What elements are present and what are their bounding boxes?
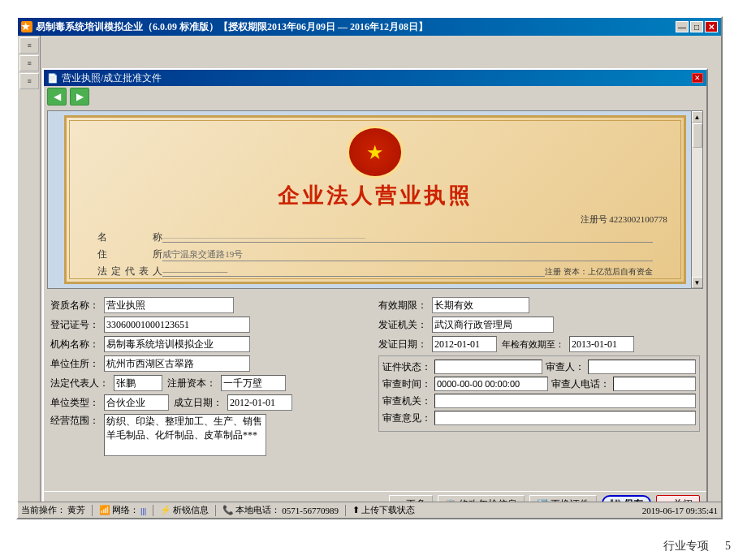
label-dengji: 登记证号： xyxy=(50,318,99,332)
label-legal: 法定代表人： xyxy=(50,377,109,390)
business-license: ★ 企业法人营业执照 注册号 4223002100778 名 称 ———————… xyxy=(64,115,686,283)
input-review-org[interactable] xyxy=(434,394,696,408)
label-reviewer: 审查人： xyxy=(546,360,585,374)
label-unittype: 单位类型： xyxy=(50,396,99,410)
upload-item: ⬆ 上传下载状态 xyxy=(352,504,415,516)
input-reviewer[interactable] xyxy=(588,360,696,374)
form-row-zizhi: 资质名称： 营业执照 xyxy=(50,297,372,313)
form-row-scope: 经营范围： 纺织、印染、整理加工、生产、销售羊毛制品、化纤制品、皮革制品*** xyxy=(50,414,372,456)
form-row-dengji: 登记证号： 33060001000123651 xyxy=(50,317,372,333)
divider-2 xyxy=(153,505,153,516)
form-row-jigou: 机构名称： xyxy=(50,336,372,352)
input-review-opinion[interactable] xyxy=(434,411,696,425)
cert-row-status: 证件状态： 审查人： xyxy=(382,360,696,374)
main-statusbar: 当前操作： 黄芳 📶 网络： ||| ⚡ 析锐信息 📞 本地电话： 0571-5… xyxy=(18,502,721,518)
cert-row-review-org: 审查机关： xyxy=(382,394,696,408)
prev-button[interactable]: ◀ xyxy=(47,88,67,106)
sidebar-btn-3[interactable]: ≡ xyxy=(19,73,39,89)
sidebar-btn-2[interactable]: ≡ xyxy=(19,55,39,71)
network-item: 📶 网络： ||| xyxy=(99,504,146,516)
input-jigou[interactable] xyxy=(104,336,250,352)
phone-label: 本地电话： xyxy=(235,504,280,516)
network-icon: 📶 xyxy=(99,505,110,515)
dialog-close-button[interactable]: ✕ xyxy=(692,73,703,83)
input-review-time[interactable] xyxy=(434,377,548,391)
label-dizhi: 单位住所： xyxy=(50,357,99,371)
label-issuedate: 发证日期： xyxy=(378,338,427,351)
scroll-track xyxy=(692,123,703,277)
next-button[interactable]: ▶ xyxy=(70,88,89,106)
input-capital[interactable] xyxy=(221,375,286,391)
label-issuer: 发证机关： xyxy=(378,318,427,332)
current-op-value: 黄芳 xyxy=(67,504,85,516)
label-cert-status: 证件状态： xyxy=(382,360,431,374)
form-row-unittype: 单位类型： 成立日期： xyxy=(50,394,372,411)
input-issuedate[interactable] xyxy=(432,336,497,352)
select-validity[interactable]: 长期有效 xyxy=(432,297,529,313)
label-review-time: 审查时间： xyxy=(382,377,431,391)
cert-row-review-opinion: 审查意见： xyxy=(382,411,696,425)
input-cert-status[interactable] xyxy=(434,360,542,374)
form-left-col: 资质名称： 营业执照 登记证号： 33060001000123651 机构名称： xyxy=(50,297,372,459)
input-reviewer-tel[interactable] xyxy=(613,377,696,391)
input-unittype[interactable] xyxy=(104,394,169,411)
license-emblem: ★ xyxy=(347,126,404,178)
label-founded: 成立日期： xyxy=(174,396,222,410)
input-dengji[interactable]: 33060001000123651 xyxy=(104,317,250,333)
cert-status-area: 证件状态： 审查人： 审查时间： 审查人电话： xyxy=(378,355,700,432)
divider-1 xyxy=(92,505,93,516)
signal-bars: ||| xyxy=(140,506,146,515)
emblem-star: ★ xyxy=(366,141,384,164)
form-row-validity: 有效期限： 长期有效 xyxy=(378,297,700,313)
form-two-col: 资质名称： 营业执照 登记证号： 33060001000123651 机构名称： xyxy=(50,297,700,459)
minimize-button[interactable]: — xyxy=(676,21,689,32)
label-jigou: 机构名称： xyxy=(50,338,99,351)
app-icon: ★ xyxy=(21,21,32,32)
inner-dialog: 📄 营业执照/成立批准文件 ✕ ◀ ▶ ★ 企业法人营业执照 xyxy=(42,68,708,519)
label-review-opinion: 审查意见： xyxy=(382,411,431,425)
divider-4 xyxy=(345,505,346,516)
form-row-dizhi: 单位住所： xyxy=(50,355,372,372)
main-titlebar: ★ 易制毒系统培训模拟企业（6.0.09 标准版）【授权期限2013年06月09… xyxy=(18,18,721,36)
input-issuer[interactable] xyxy=(432,317,554,333)
label-review-org: 审查机关： xyxy=(382,394,431,408)
scroll-down[interactable]: ▼ xyxy=(692,277,703,288)
textarea-scope[interactable]: 纺织、印染、整理加工、生产、销售羊毛制品、化纤制品、皮革制品*** xyxy=(104,414,266,456)
label-validity: 有效期限： xyxy=(378,299,427,312)
input-founded[interactable] xyxy=(227,394,292,411)
scroll-thumb[interactable] xyxy=(693,123,702,148)
label-reviewer-tel: 审查人电话： xyxy=(551,377,610,391)
doc-scrollbar[interactable]: ▲ ▼ xyxy=(691,111,702,288)
upload-icon: ⬆ xyxy=(352,505,360,515)
page-number: 5 xyxy=(725,540,731,553)
company-name: 析锐信息 xyxy=(173,504,209,516)
select-zizhi[interactable]: 营业执照 xyxy=(104,297,234,313)
footer-text: 行业专项 xyxy=(663,539,709,554)
sidebar-btn-1[interactable]: ≡ xyxy=(19,37,39,54)
form-area: 资质名称： 营业执照 登记证号： 33060001000123651 机构名称： xyxy=(44,292,706,464)
maximize-button[interactable]: □ xyxy=(690,21,703,32)
phone-value: 0571-56770989 xyxy=(282,506,339,515)
input-annual-exp[interactable] xyxy=(569,336,634,352)
datetime-item: 2019-06-17 09:35:41 xyxy=(642,506,718,515)
datetime-value: 2019-06-17 09:35:41 xyxy=(642,506,718,515)
license-image: ★ 企业法人营业执照 注册号 4223002100778 名 称 ———————… xyxy=(48,111,702,288)
upload-label: 上传下载状态 xyxy=(361,504,415,516)
main-window: ★ 易制毒系统培训模拟企业（6.0.09 标准版）【授权期限2013年06月09… xyxy=(16,16,723,519)
scroll-up[interactable]: ▲ xyxy=(692,111,703,123)
label-annual-exp: 年检有效期至： xyxy=(502,338,564,351)
network-label: 网络： xyxy=(112,504,139,516)
phone-icon: 📞 xyxy=(222,505,234,515)
close-main-button[interactable]: ✕ xyxy=(705,21,718,32)
document-image-area: ★ 企业法人营业执照 注册号 4223002100778 名 称 ———————… xyxy=(47,110,703,289)
current-op-label: 当前操作： xyxy=(21,504,66,516)
company-item: ⚡ 析锐信息 xyxy=(160,504,209,516)
phone-item: 📞 本地电话： 0571-56770989 xyxy=(222,504,339,516)
label-scope: 经营范围： xyxy=(50,414,99,428)
left-sidebar: ≡ ≡ ≡ xyxy=(18,36,41,502)
dialog-icon: 📄 xyxy=(47,73,58,84)
input-dizhi[interactable] xyxy=(104,355,250,372)
window-controls: — □ ✕ xyxy=(676,21,718,32)
nav-bar: ◀ ▶ xyxy=(44,86,706,107)
input-legal[interactable] xyxy=(114,375,162,391)
